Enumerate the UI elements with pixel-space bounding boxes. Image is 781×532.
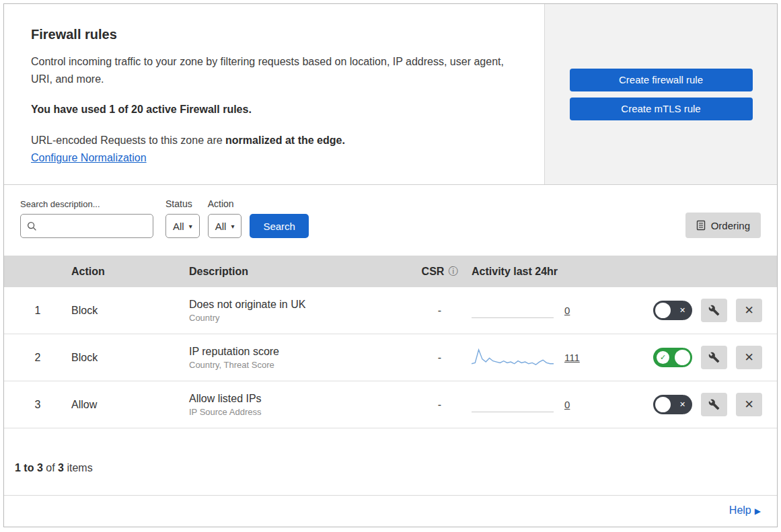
header-section: Firewall rules Control incoming traffic … [4,4,777,185]
chevron-down-icon: ▾ [189,223,192,230]
edit-rule-button[interactable] [701,346,727,369]
search-button[interactable]: Search [250,214,309,238]
rule-fields: Country, Threat Score [189,360,408,370]
wrench-icon [708,352,720,363]
activity-count-link[interactable]: 111 [564,352,580,363]
toggle-state-icon: ✓ [657,351,669,364]
rule-csr-value: - [438,352,441,364]
rule-csr-value: - [438,305,441,317]
search-icon [27,221,37,231]
normalization-note: URL-encoded Requests to this zone are no… [31,135,517,147]
toggle-state-icon: ✕ [676,304,689,317]
rule-enabled-toggle[interactable]: ✕ [653,301,692,320]
search-label: Search description... [20,199,153,209]
rule-activity-cell: 111 [472,347,650,369]
edit-rule-button[interactable] [701,393,727,416]
action-label: Action [208,198,242,209]
create-mtls-rule-button[interactable]: Create mTLS rule [570,98,753,120]
table-header-row: Action Description CSR ⓘ Activity last 2… [4,256,777,287]
help-link-label: Help [729,504,751,516]
action-column-header: Action [71,266,189,278]
action-field-group: Action All ▾ [208,198,242,238]
csr-header-label: CSR [422,266,445,278]
rule-action: Block [71,305,189,317]
rule-priority: 2 [4,352,71,364]
close-icon: ✕ [744,397,753,412]
ordering-button-label: Ordering [711,220,750,231]
table-row: 1 Block Does not originate in UK Country… [4,287,777,334]
rule-description-cell: Allow listed IPs IP Source Address [189,393,408,417]
rule-description: IP reputation score [189,346,408,358]
rule-enabled-toggle[interactable]: ✓ [653,348,692,367]
info-icon[interactable]: ⓘ [448,266,457,278]
rule-activity-cell: 0 [472,303,650,318]
rule-description-cell: IP reputation score Country, Threat Scor… [189,346,408,370]
ordering-list-icon [696,220,706,231]
pagination-total: 3 [58,462,64,473]
pagination-summary: 1 to 3 of 3 items [4,446,777,490]
help-arrow-icon: ▶ [755,506,761,516]
close-icon: ✕ [744,350,753,365]
page-title: Firewall rules [31,27,517,42]
normalization-bold: normalized at the edge. [225,135,345,146]
action-selected-value: All [215,221,227,232]
delete-rule-button[interactable]: ✕ [736,346,762,369]
rule-enabled-toggle[interactable]: ✕ [653,395,692,414]
rule-action: Allow [71,399,189,411]
activity-count-link[interactable]: 0 [564,399,570,410]
rule-controls: ✓ ✕ [650,346,777,369]
chevron-down-icon: ▾ [231,223,234,230]
toggle-knob [655,303,671,318]
search-input[interactable] [41,221,147,231]
pagination-items-label: items [67,462,92,473]
table-row: 2 Block IP reputation score Country, Thr… [4,334,777,381]
rule-priority: 1 [4,305,71,317]
toggle-state-icon: ✕ [676,398,689,411]
pagination-of: of [46,462,54,473]
action-select[interactable]: All ▾ [208,214,242,238]
help-link[interactable]: Help▶ [729,504,761,516]
firewall-rules-panel: Firewall rules Control incoming traffic … [3,3,778,527]
activity-column-header: Activity last 24hr [472,266,650,278]
table-bottom-spacer [4,428,777,446]
close-icon: ✕ [744,303,753,317]
rule-description: Allow listed IPs [189,393,408,405]
rule-csr-value: - [438,399,441,411]
configure-normalization-link[interactable]: Configure Normalization [31,152,147,163]
usage-summary: You have used 1 of 20 active Firewall ru… [31,104,517,116]
create-firewall-rule-button[interactable]: Create firewall rule [570,69,753,91]
activity-count-link[interactable]: 0 [564,305,570,316]
status-select[interactable]: All ▾ [165,214,200,238]
page-description: Control incoming traffic to your zone by… [31,53,515,87]
toggle-knob [675,350,690,365]
rule-description-cell: Does not originate in UK Country [189,299,408,323]
delete-rule-button[interactable]: ✕ [736,393,762,416]
pagination-range: 1 to 3 [15,462,43,473]
status-field-group: Status All ▾ [165,198,200,238]
csr-column-header: CSR ⓘ [422,266,458,278]
toggle-knob [655,397,671,412]
status-selected-value: All [173,221,184,232]
rule-fields: Country [189,313,408,323]
normalization-prefix: URL-encoded Requests to this zone are [31,135,223,146]
rule-priority: 3 [4,399,71,411]
description-column-header: Description [189,266,408,278]
activity-sparkline [472,303,554,318]
wrench-icon [708,399,720,410]
search-field-group: Search description... [20,199,153,238]
status-label: Status [165,198,200,209]
rule-description: Does not originate in UK [189,299,408,311]
edit-rule-button[interactable] [701,299,727,322]
activity-sparkline [472,397,554,412]
rule-fields: IP Source Address [189,407,408,417]
delete-rule-button[interactable]: ✕ [736,299,762,322]
header-text-area: Firewall rules Control incoming traffic … [4,4,545,184]
action-panel: Create firewall rule Create mTLS rule [545,4,777,184]
rule-controls: ✕ ✕ [650,393,777,416]
rule-action: Block [71,352,189,364]
help-bar: Help▶ [4,495,777,527]
search-input-box[interactable] [20,214,153,238]
table-row: 3 Allow Allow listed IPs IP Source Addre… [4,381,777,428]
ordering-button[interactable]: Ordering [685,213,761,238]
rule-controls: ✕ ✕ [650,299,777,322]
